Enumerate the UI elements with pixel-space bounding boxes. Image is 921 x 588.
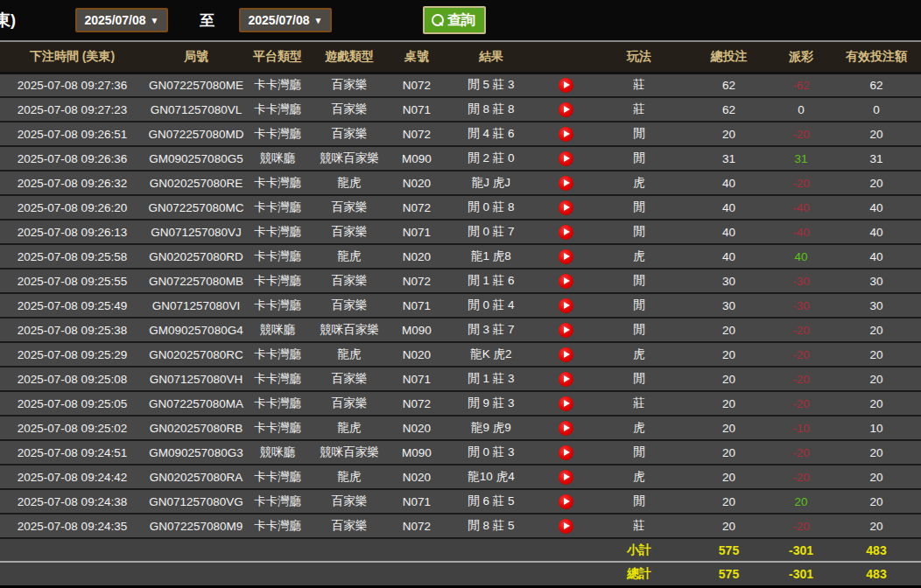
cell-play-type: 閒 xyxy=(591,293,687,318)
cell-bet-time: 2025-07-08 09:25:49 xyxy=(0,293,144,318)
cell-table-no: N072 xyxy=(391,122,442,146)
cell-game-id: GN071257080VG xyxy=(144,489,248,514)
cell-total-bet: 40 xyxy=(687,220,770,244)
table-row: 2025-07-08 09:25:38GM090257080G4競咪廳競咪百家樂… xyxy=(0,318,921,342)
search-button[interactable]: 查詢 xyxy=(423,6,486,34)
header-bet-time: 下注時間 (美東) xyxy=(0,41,144,73)
cell-replay xyxy=(540,416,591,440)
play-replay-icon[interactable] xyxy=(559,78,573,93)
cell-bet-time: 2025-07-08 09:25:58 xyxy=(0,244,144,269)
cell-game-id: GN072257080ME xyxy=(144,73,248,97)
cell-platform: 卡卡灣廳 xyxy=(248,391,307,416)
cell-replay xyxy=(540,342,591,367)
cell-table-no: N071 xyxy=(391,367,442,391)
play-replay-icon[interactable] xyxy=(559,298,573,313)
cell-result: 閒 4 莊 6 xyxy=(442,122,540,146)
cell-play-type: 莊 xyxy=(591,97,687,122)
play-replay-icon[interactable] xyxy=(559,445,573,460)
table-row: 2025-07-08 09:26:36GM090257080G5競咪廳競咪百家樂… xyxy=(0,146,921,171)
table-row: 2025-07-08 09:27:23GN071257080VL卡卡灣廳百家樂N… xyxy=(0,97,921,122)
cell-valid-bet: 30 xyxy=(832,269,921,293)
play-replay-icon[interactable] xyxy=(559,249,573,264)
cell-valid-bet: 20 xyxy=(832,489,921,514)
cell-bet-time: 2025-07-08 09:26:36 xyxy=(0,146,144,171)
play-replay-icon[interactable] xyxy=(559,372,573,387)
cell-total-bet: 62 xyxy=(687,97,770,122)
cell-payout: 31 xyxy=(770,146,832,171)
cell-payout: -30 xyxy=(770,293,832,318)
subtotal-payout: -301 xyxy=(770,538,832,562)
cell-valid-bet: 20 xyxy=(832,318,921,342)
cell-platform: 卡卡灣廳 xyxy=(248,489,307,514)
play-replay-icon[interactable] xyxy=(559,127,573,142)
play-replay-icon[interactable] xyxy=(559,102,573,117)
cell-payout: -62 xyxy=(770,73,832,97)
cell-game-type: 百家樂 xyxy=(307,293,391,318)
cell-replay xyxy=(540,465,591,489)
cell-replay xyxy=(540,367,591,391)
cell-valid-bet: 20 xyxy=(832,391,921,416)
cell-total-bet: 40 xyxy=(687,244,770,269)
play-replay-icon[interactable] xyxy=(559,519,573,534)
cell-game-type: 龍虎 xyxy=(307,244,391,269)
total-label: 總計 xyxy=(591,562,687,585)
cell-valid-bet: 40 xyxy=(832,195,921,220)
cell-game-type: 百家樂 xyxy=(307,367,391,391)
cell-play-type: 閒 xyxy=(591,220,687,244)
cell-table-no: N072 xyxy=(391,391,442,416)
cell-result: 閒 8 莊 8 xyxy=(442,97,540,122)
table-row: 2025-07-08 09:25:58GN020257080RD卡卡灣廳龍虎N0… xyxy=(0,244,921,269)
play-replay-icon[interactable] xyxy=(559,470,573,485)
cell-platform: 卡卡灣廳 xyxy=(248,367,307,391)
play-replay-icon[interactable] xyxy=(559,494,573,509)
cell-play-type: 閒 xyxy=(591,367,687,391)
cell-game-type: 百家樂 xyxy=(307,269,391,293)
cell-total-bet: 30 xyxy=(687,269,770,293)
subtotal-valid-bet: 483 xyxy=(832,538,921,562)
cell-game-type: 百家樂 xyxy=(307,195,391,220)
cell-valid-bet: 31 xyxy=(832,146,921,171)
cell-payout: -20 xyxy=(770,171,832,195)
cell-game-id: GN072257080MB xyxy=(144,269,248,293)
cell-replay xyxy=(540,73,591,97)
cell-game-id: GM090257080G5 xyxy=(144,146,248,171)
cell-play-type: 虎 xyxy=(591,465,687,489)
cell-platform: 競咪廳 xyxy=(248,440,307,465)
play-replay-icon[interactable] xyxy=(559,396,573,411)
play-replay-icon[interactable] xyxy=(559,421,573,436)
table-row: 2025-07-08 09:26:13GN071257080VJ卡卡灣廳百家樂N… xyxy=(0,220,921,244)
cell-replay xyxy=(540,293,591,318)
chevron-down-icon: ▼ xyxy=(314,16,323,25)
total-valid-bet: 483 xyxy=(832,562,921,585)
cell-game-id: GN072257080M9 xyxy=(144,514,248,538)
date-to-select[interactable]: 2025/07/08 ▼ xyxy=(239,8,332,32)
header-play-type: 玩法 xyxy=(591,41,687,73)
table-row: 2025-07-08 09:27:36GN072257080ME卡卡灣廳百家樂N… xyxy=(0,73,921,97)
cell-valid-bet: 20 xyxy=(832,465,921,489)
play-replay-icon[interactable] xyxy=(559,225,573,240)
play-replay-icon[interactable] xyxy=(559,347,573,362)
subtotal-total-bet: 575 xyxy=(687,538,770,562)
cell-valid-bet: 62 xyxy=(832,73,921,97)
cell-bet-time: 2025-07-08 09:24:35 xyxy=(0,514,144,538)
cell-table-no: N072 xyxy=(391,514,442,538)
cell-platform: 卡卡灣廳 xyxy=(248,293,307,318)
date-from-select[interactable]: 2025/07/08 ▼ xyxy=(75,8,168,32)
cell-valid-bet: 0 xyxy=(832,97,921,122)
play-replay-icon[interactable] xyxy=(559,323,573,338)
cell-result: 閒 0 莊 3 xyxy=(442,440,540,465)
cell-play-type: 莊 xyxy=(591,391,687,416)
cell-platform: 競咪廳 xyxy=(248,146,307,171)
cell-game-id: GN020257080RE xyxy=(144,171,248,195)
play-replay-icon[interactable] xyxy=(559,176,573,191)
cell-bet-time: 2025-07-08 09:25:05 xyxy=(0,391,144,416)
cell-table-no: N020 xyxy=(391,416,442,440)
cell-total-bet: 20 xyxy=(687,122,770,146)
play-replay-icon[interactable] xyxy=(559,151,573,166)
cell-table-no: N020 xyxy=(391,465,442,489)
play-replay-icon[interactable] xyxy=(559,200,573,215)
cell-play-type: 閒 xyxy=(591,146,687,171)
play-replay-icon[interactable] xyxy=(559,274,573,289)
cell-game-id: GN071257080VI xyxy=(144,293,248,318)
cell-bet-time: 2025-07-08 09:24:51 xyxy=(0,440,144,465)
